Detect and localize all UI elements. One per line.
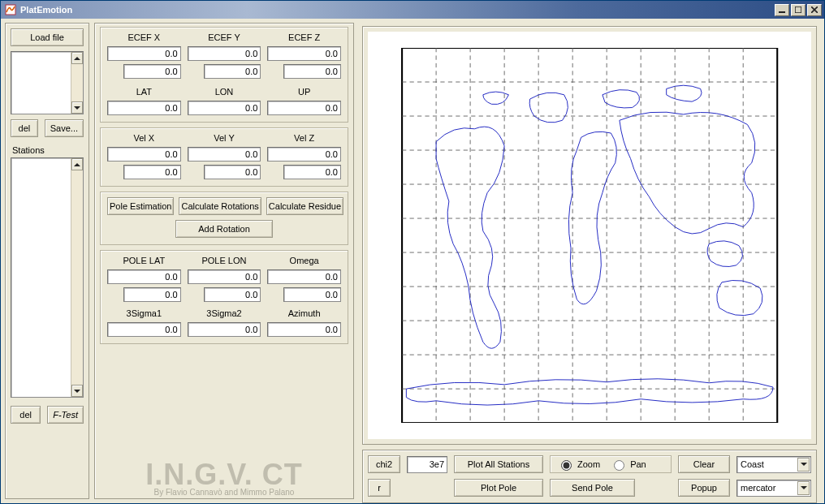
map-frame xyxy=(362,26,817,445)
maximize-button[interactable] xyxy=(791,4,806,16)
del-file-button[interactable]: del xyxy=(11,119,38,137)
chi2-button[interactable]: chi2 xyxy=(368,455,400,473)
watermark-big: I.N.G.V. CT xyxy=(95,460,353,489)
ecef-x-label: ECEF X xyxy=(107,32,181,43)
lon-input[interactable] xyxy=(188,101,261,115)
projection-dropdown[interactable]: mercator xyxy=(736,480,811,497)
chi2-value-input[interactable] xyxy=(407,456,447,473)
azimuth-input[interactable] xyxy=(267,322,341,337)
close-button[interactable] xyxy=(807,4,822,16)
app-icon xyxy=(4,3,17,16)
svg-rect-2 xyxy=(795,6,801,13)
load-file-button[interactable]: Load file xyxy=(11,28,84,46)
minimize-button[interactable] xyxy=(775,4,789,16)
omega-label: Omega xyxy=(267,256,341,266)
ecef-x2-input[interactable] xyxy=(123,64,181,79)
ftest-button[interactable]: F-Test xyxy=(47,406,84,424)
calc-residue-button[interactable]: Calculate Residue xyxy=(266,197,343,215)
left-panel: Load file del Save... Stations xyxy=(5,23,89,499)
ecef-group: ECEF X ECEF Y ECEF Z LAT LON UP xyxy=(100,27,348,123)
velocity-group: Vel X Vel Y Vel Z xyxy=(100,127,348,187)
pole-group: POLE LAT POLE LON Omega 3Sigma1 3Sigma2 xyxy=(100,250,348,344)
plot-pole-button[interactable]: Plot Pole xyxy=(454,479,543,497)
velz-label: Vel Z xyxy=(267,133,341,144)
sigma2-input[interactable] xyxy=(188,322,261,337)
window-title: PlatEmotion xyxy=(20,5,72,15)
r-button[interactable]: r xyxy=(368,479,391,497)
watermark: I.N.G.V. CT By Flavio Cannavò and Mimmo … xyxy=(95,460,353,497)
app-window: PlatEmotion Load file xyxy=(0,0,825,504)
scroll-down-button[interactable] xyxy=(71,385,83,397)
save-button[interactable]: Save... xyxy=(45,119,84,137)
calc-buttons-group: Pole Estimation Calculate Rotations Calc… xyxy=(100,192,348,245)
zoom-pan-group: Zoom Pan xyxy=(550,455,672,473)
vely2-input[interactable] xyxy=(204,165,261,179)
velz2-input[interactable] xyxy=(283,165,341,179)
coast-dropdown[interactable]: Coast xyxy=(736,456,811,473)
lat-label: LAT xyxy=(107,87,181,97)
velx-input[interactable] xyxy=(107,147,181,162)
del-station-button[interactable]: del xyxy=(11,406,41,424)
ecef-z-label: ECEF Z xyxy=(267,32,341,43)
ecef-z-input[interactable] xyxy=(267,46,341,61)
sigma1-label: 3Sigma1 xyxy=(107,308,181,319)
pole-estimation-button[interactable]: Pole Estimation xyxy=(107,197,174,215)
right-panel: chi2 Plot All Stations Zoom Pan Clear Co… xyxy=(359,23,820,499)
ecef-y-input[interactable] xyxy=(188,46,261,61)
calc-rotations-button[interactable]: Calculate Rotations xyxy=(179,197,261,215)
coast-dropdown-label: Coast xyxy=(741,459,764,469)
files-listbox[interactable] xyxy=(11,51,84,114)
stations-label: Stations xyxy=(12,145,84,155)
lon-label: LON xyxy=(188,87,261,97)
clear-button[interactable]: Clear xyxy=(678,455,730,473)
plot-all-stations-button[interactable]: Plot All Stations xyxy=(454,455,543,473)
omega2-input[interactable] xyxy=(283,287,341,302)
polelon-label: POLE LON xyxy=(188,256,261,266)
titlebar: PlatEmotion xyxy=(1,1,824,19)
polelon-input[interactable] xyxy=(188,269,261,284)
add-rotation-button[interactable]: Add Rotation xyxy=(175,220,273,238)
sigma1-input[interactable] xyxy=(107,322,181,337)
ecef-y2-input[interactable] xyxy=(204,64,261,79)
world-map-svg xyxy=(386,48,793,423)
polelon2-input[interactable] xyxy=(204,287,261,302)
map-controls: chi2 Plot All Stations Zoom Pan Clear Co… xyxy=(362,450,817,503)
vely-label: Vel Y xyxy=(188,133,261,144)
ecef-x-input[interactable] xyxy=(107,46,181,61)
middle-panel: ECEF X ECEF Y ECEF Z LAT LON UP xyxy=(94,23,354,499)
sigma2-label: 3Sigma2 xyxy=(188,308,261,319)
scrollbar[interactable] xyxy=(71,52,83,114)
velx2-input[interactable] xyxy=(123,165,181,179)
send-pole-button[interactable]: Send Pole xyxy=(550,479,635,497)
polelat-input[interactable] xyxy=(107,269,181,284)
scroll-down-button[interactable] xyxy=(71,101,83,114)
vely-input[interactable] xyxy=(188,147,261,162)
client-area: Load file del Save... Stations xyxy=(1,19,824,503)
ecef-y-label: ECEF Y xyxy=(188,32,261,43)
up-input[interactable] xyxy=(267,101,341,115)
svg-rect-1 xyxy=(779,11,785,13)
polelat2-input[interactable] xyxy=(123,287,181,302)
up-label: UP xyxy=(267,87,341,97)
polelat-label: POLE LAT xyxy=(107,256,181,266)
pan-radio[interactable]: Pan xyxy=(610,458,646,471)
watermark-small: By Flavio Cannavò and Mimmo Palano xyxy=(95,488,353,497)
scroll-up-button[interactable] xyxy=(71,52,83,64)
lat-input[interactable] xyxy=(107,101,181,115)
velx-label: Vel X xyxy=(107,133,181,144)
scrollbar[interactable] xyxy=(71,158,83,397)
stations-listbox[interactable] xyxy=(11,157,84,398)
popup-button[interactable]: Popup xyxy=(678,479,730,497)
omega-input[interactable] xyxy=(267,269,341,284)
projection-dropdown-label: mercator xyxy=(741,483,775,493)
chevron-down-icon[interactable] xyxy=(797,481,810,495)
map-canvas[interactable] xyxy=(368,32,811,439)
azimuth-label: Azimuth xyxy=(267,308,341,319)
chevron-down-icon[interactable] xyxy=(797,458,810,472)
velz-input[interactable] xyxy=(267,147,341,162)
zoom-radio[interactable]: Zoom xyxy=(557,458,600,471)
svg-rect-3 xyxy=(402,48,777,423)
ecef-z2-input[interactable] xyxy=(283,64,341,79)
scroll-up-button[interactable] xyxy=(71,158,83,170)
